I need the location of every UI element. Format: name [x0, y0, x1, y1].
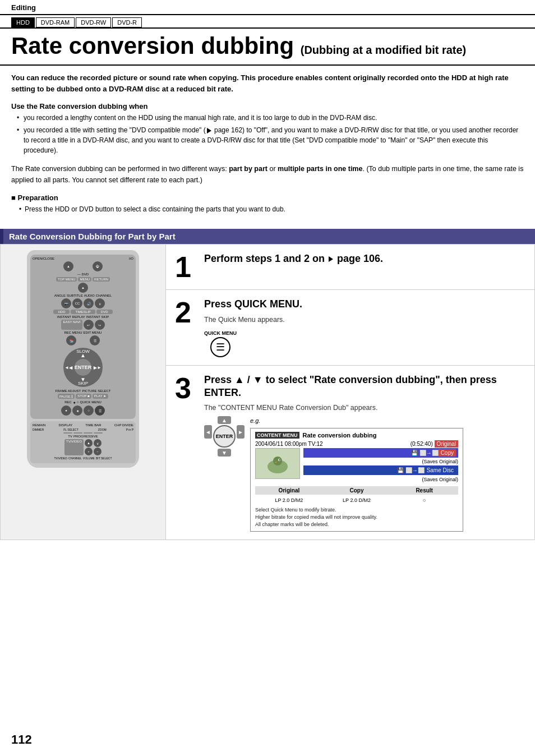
- rec-btn[interactable]: ●: [61, 405, 71, 416]
- step-1-body: Perform steps 1 and 2 on page 106.: [204, 252, 525, 270]
- display-label: DISPLAY: [58, 423, 72, 427]
- cm-original-val: LP 2.0 D/M2: [255, 496, 323, 504]
- zoom-btn[interactable]: [84, 432, 93, 434]
- star-label: ★: [73, 400, 76, 404]
- tab-hdd[interactable]: HDD: [11, 17, 35, 27]
- steps-content: 1 Perform steps 1 and 2 on page 106. 2 P…: [166, 245, 534, 540]
- timeslip-btn[interactable]: TIMESLIP: [71, 310, 95, 314]
- step-1: 1 Perform steps 1 and 2 on page 106.: [166, 245, 534, 290]
- cm-title-text: Rate conversion dubbing: [303, 432, 377, 439]
- tab-dvd-ram[interactable]: DVD-RAM: [36, 17, 75, 27]
- enter-dpad: ▲ ◄ ENTER ► ▼: [204, 416, 245, 457]
- chp-divide-label: CHP DIVIDE: [114, 423, 133, 427]
- subtitle-label: SUBTITLE: [67, 294, 83, 297]
- fl-select-btn[interactable]: [73, 432, 82, 434]
- cm-col-copy: Copy: [323, 486, 391, 495]
- circle-btn[interactable]: ○: [84, 405, 94, 416]
- cm-options: 💾 ⬜→⬜ Copy (Saves Original) 💾 ⬜→⬜ Same D…: [303, 448, 458, 484]
- remote-control: OPEN/CLOSE I/O ▲ ⏻ — DVD TOP MENU MENU R…: [27, 250, 139, 468]
- ch-up-bottom-btn[interactable]: ▲: [85, 439, 93, 447]
- stop-btn[interactable]: STOP ■: [76, 394, 91, 399]
- right-nav-btn[interactable]: ►: [93, 365, 98, 371]
- cm-title-row: CONTENT MENU Rate conversion dubbing: [255, 432, 458, 439]
- angle-btn[interactable]: 📷: [61, 298, 71, 308]
- skip-btn[interactable]: ↪: [95, 320, 105, 330]
- easy-navi-btn[interactable]: EASY NAVI: [61, 320, 82, 330]
- step-2-number: 2: [175, 298, 197, 327]
- section-title: Editing: [11, 3, 36, 12]
- instant-skip-label: INSTANT SKIP: [86, 315, 109, 319]
- cm-result-val: ○: [390, 496, 458, 504]
- zoom-label: ZOOM: [98, 428, 107, 431]
- cm-copy-label: Copy: [439, 449, 456, 457]
- cm-time-badge: Original: [435, 440, 458, 448]
- tab-dvd-rw[interactable]: DVD-RW: [76, 17, 111, 27]
- vol-down-btn[interactable]: −: [94, 448, 102, 455]
- main-title-area: Rate conversion dubbing (Dubbing at a mo…: [0, 29, 535, 66]
- top-menu-btn[interactable]: TOP MENU: [56, 277, 77, 282]
- prep-bullet-1: Press the HDD or DVD button to select a …: [19, 204, 524, 214]
- return-btn[interactable]: RETURN: [93, 277, 110, 282]
- menu-btn[interactable]: MENU: [78, 277, 91, 282]
- cm-same-disc-sublabel: (Saves Original): [303, 477, 458, 482]
- content-menu-label: CONTENT MENU: [255, 432, 299, 439]
- tv-label: TV: [68, 435, 72, 438]
- dpad-mid: ◄ ENTER ►: [204, 425, 245, 448]
- section-heading: Rate Conversion Dubbing for Part by Part: [0, 229, 535, 244]
- vol-up-btn[interactable]: +: [85, 448, 93, 455]
- audio-btn[interactable]: 🔊: [84, 298, 94, 308]
- cm-header-row: 2004/06/11 08:00pm TV:12 (0:52:40) Origi…: [255, 441, 458, 447]
- cm-copy-row: 💾 ⬜→⬜ Copy: [303, 448, 458, 458]
- angle-label: ANGLE: [54, 294, 66, 297]
- left-nav-btn[interactable]: ◄: [68, 365, 73, 371]
- replay-btn[interactable]: ↩: [84, 320, 94, 330]
- tv-video-btn[interactable]: TV/VIDEO: [64, 439, 84, 455]
- eg-label: e.g.: [250, 417, 260, 424]
- quick-menu-btn[interactable]: ☰: [95, 405, 105, 416]
- section-header: Editing: [0, 0, 535, 15]
- star-btn[interactable]: ★: [72, 405, 82, 416]
- down-nav-btn[interactable]: ▼: [80, 376, 86, 382]
- channel-bottom-label: CHANNEL: [68, 457, 82, 460]
- bullet-2: you recorded a title with setting the "D…: [17, 125, 524, 155]
- quick-menu-circle: ☰: [210, 337, 230, 357]
- main-title: Rate conversion dubbing (Dubbing at a mo…: [11, 33, 524, 59]
- up-btn[interactable]: ▲: [78, 283, 88, 293]
- rec-menu-label: REC MENU: [64, 331, 82, 334]
- ch-down-bottom-btn[interactable]: ∨: [94, 439, 102, 447]
- dimmer-btn[interactable]: [63, 432, 72, 434]
- remote-illustration: OPEN/CLOSE I/O ▲ ⏻ — DVD TOP MENU MENU R…: [1, 245, 166, 540]
- power-btn[interactable]: ⏻: [93, 261, 103, 271]
- frame-adjust-label: FRAME ADJUST: [55, 389, 81, 393]
- content-menu-btn[interactable]: ☰: [90, 335, 100, 345]
- channel-label: CHANNEL: [96, 294, 112, 297]
- cm-same-disc-row: 💾 ⬜→⬜ Same Disc: [303, 465, 458, 475]
- up-nav-btn[interactable]: ▲: [80, 352, 86, 358]
- enter-center-btn[interactable]: ENTER: [75, 359, 91, 376]
- step-3-row: ▲ ◄ ENTER ► ▼ e.g.: [204, 416, 525, 532]
- cm-same-disc-label: Same Disc: [425, 467, 456, 474]
- bit-select-label: BIT SELECT: [96, 457, 112, 460]
- cm-footer-1: Select Quick Menu to modify bitrate.: [255, 506, 458, 514]
- dpad-enter[interactable]: ENTER: [213, 425, 236, 448]
- pip-btn[interactable]: [94, 432, 103, 434]
- subtitle-btn[interactable]: CC: [72, 298, 82, 308]
- step-2-instruction: Press QUICK MENU.: [204, 298, 525, 311]
- step-2-note: The Quick Menu appears.: [204, 316, 525, 324]
- hdd-btn[interactable]: HDD: [53, 310, 70, 314]
- dpad-up: ▲: [218, 416, 231, 424]
- eject-btn[interactable]: ▲: [63, 261, 73, 271]
- pause-btn[interactable]: PAUSE ‖: [58, 394, 75, 399]
- play-btn[interactable]: PLAY ►: [93, 394, 108, 399]
- library-btn[interactable]: 📚: [66, 335, 76, 345]
- cm-copy-val: LP 2.0 D/M2: [323, 496, 391, 504]
- quick-menu-icon: QUICK MENU ☰: [204, 330, 237, 357]
- quick-menu-label-remote: QUICK MENU: [80, 400, 101, 404]
- bullet-1: you recorded a lengthy content on the HD…: [17, 113, 524, 123]
- ch-down-btn[interactable]: ∨: [95, 298, 105, 308]
- audio-label: AUDIO: [84, 294, 95, 297]
- tab-dvd-r[interactable]: DVD-R: [112, 17, 142, 27]
- cm-footer-2: Higher bitrate for copied media will not…: [255, 514, 458, 521]
- dvd-btn[interactable]: DVD: [96, 310, 113, 314]
- page-number: 112: [11, 732, 32, 747]
